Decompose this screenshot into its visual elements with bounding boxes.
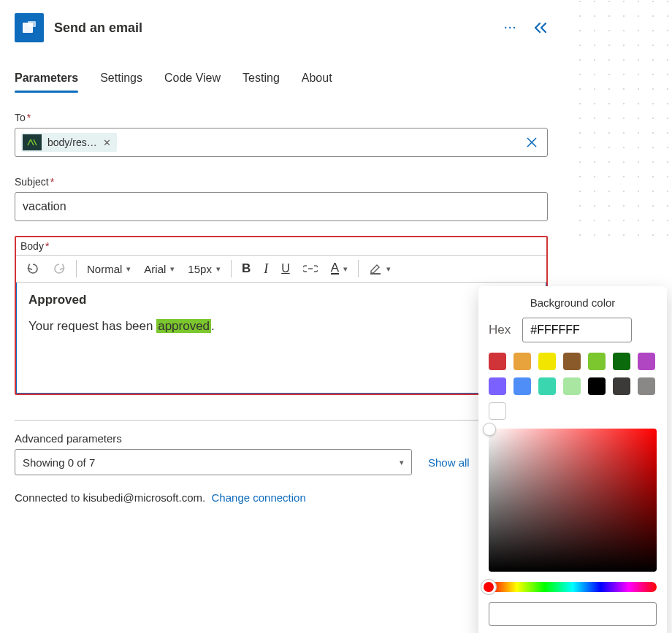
color-swatch[interactable] [489,377,506,395]
color-swatch[interactable] [489,353,506,370]
highlight-color-button[interactable]: ▾ [363,256,397,282]
field-subject: Subject* [15,176,548,221]
svg-rect-2 [370,273,381,275]
to-token[interactable]: body/res… ✕ [21,133,117,152]
color-swatch[interactable] [588,377,606,395]
color-swatch[interactable] [563,353,581,370]
tab-bar: Parameters Settings Code View Testing Ab… [15,67,548,93]
redo-button[interactable] [47,256,72,282]
toolbar-separator [358,260,359,277]
editor-toolbar: Normal▾ Arial▾ 15px▾ B I U A▾ ▾ [16,255,546,283]
color-swatch[interactable] [513,353,531,370]
popover-title: Background color [489,296,657,309]
collapse-icon[interactable] [533,22,548,34]
chevron-down-icon: ▾ [170,264,175,274]
show-all-link[interactable]: Show all [428,456,470,469]
hex-input[interactable] [522,318,632,342]
advanced-row: Showing 0 of 7 ▾ Show all [15,449,548,475]
bold-button[interactable]: B [236,256,256,282]
color-swatch[interactable] [638,353,655,370]
font-color-button[interactable]: A▾ [325,256,354,282]
section-divider [15,420,548,421]
hex-label: Hex [489,323,511,337]
to-label: To* [15,112,548,123]
chevron-down-icon: ▾ [400,458,404,467]
to-input[interactable]: body/res… ✕ [15,128,548,157]
toolbar-separator [76,260,77,277]
saturation-thumb[interactable] [483,423,496,436]
style-select[interactable]: Normal▾ [81,256,137,282]
chevron-down-icon: ▾ [343,264,348,274]
tab-code-view[interactable]: Code View [164,67,221,92]
tab-about[interactable]: About [302,67,332,92]
required-marker: * [45,240,49,252]
chevron-down-icon: ▾ [216,264,221,274]
size-select[interactable]: 15px▾ [182,256,226,282]
clear-input-icon[interactable] [522,136,541,149]
color-swatch[interactable] [613,377,630,395]
body-editor[interactable]: Approved Your request has been approved. [16,283,546,394]
color-popover: Background color Hex [478,286,667,633]
font-select[interactable]: Arial▾ [138,256,180,282]
color-swatch[interactable] [588,353,606,370]
tab-settings[interactable]: Settings [100,67,142,92]
tab-parameters[interactable]: Parameters [15,67,78,92]
color-swatch[interactable] [613,353,630,370]
highlighted-text: approved [156,319,211,333]
advanced-select[interactable]: Showing 0 of 7 ▾ [15,449,412,475]
custom-color-input[interactable] [489,602,657,626]
color-swatches [489,353,657,395]
panel-title: Send an email [54,20,142,36]
color-swatch[interactable] [638,377,655,395]
tab-testing[interactable]: Testing [243,67,280,92]
connection-info: Connected to kisubedi@microsoft.com. Cha… [15,491,548,504]
color-swatch-none[interactable] [489,402,506,420]
token-label: body/res… [47,137,97,148]
svg-rect-1 [28,21,36,27]
hue-thumb[interactable] [481,580,496,594]
connection-account: kisubedi@microsoft.com. [83,491,205,504]
link-button[interactable] [297,256,324,282]
panel-header: Send an email ··· [15,13,548,42]
italic-button[interactable]: I [258,256,274,282]
undo-button[interactable] [20,256,45,282]
subject-input[interactable] [15,192,548,221]
field-to: To* body/res… ✕ [15,112,548,157]
outlook-icon [15,13,44,42]
more-icon[interactable]: ··· [504,22,517,34]
body-heading: Approved [28,293,534,307]
color-swatch[interactable] [513,377,531,395]
change-connection-link[interactable]: Change connection [212,491,306,504]
color-swatch[interactable] [538,353,556,370]
toolbar-separator [231,260,232,277]
color-swatch[interactable] [563,377,581,395]
chevron-down-icon: ▾ [126,264,131,274]
token-remove-icon[interactable]: ✕ [103,137,111,148]
body-text: Your request has been approved. [28,319,534,334]
advanced-label: Advanced parameters [15,432,548,445]
canvas-dot-grid [570,0,672,241]
chevron-down-icon: ▾ [386,264,391,274]
required-marker: * [50,176,54,188]
advanced-select-value: Showing 0 of 7 [23,456,95,469]
body-label: Body* [16,237,546,255]
underline-button[interactable]: U [275,256,296,282]
color-swatch[interactable] [538,377,556,395]
hue-slider[interactable] [489,582,657,592]
subject-label: Subject* [15,176,548,188]
saturation-picker[interactable] [489,429,657,572]
field-body: Body* Normal▾ Arial▾ 15px▾ B I U A▾ [15,236,548,395]
required-marker: * [27,112,31,123]
token-fx-icon [23,134,42,150]
